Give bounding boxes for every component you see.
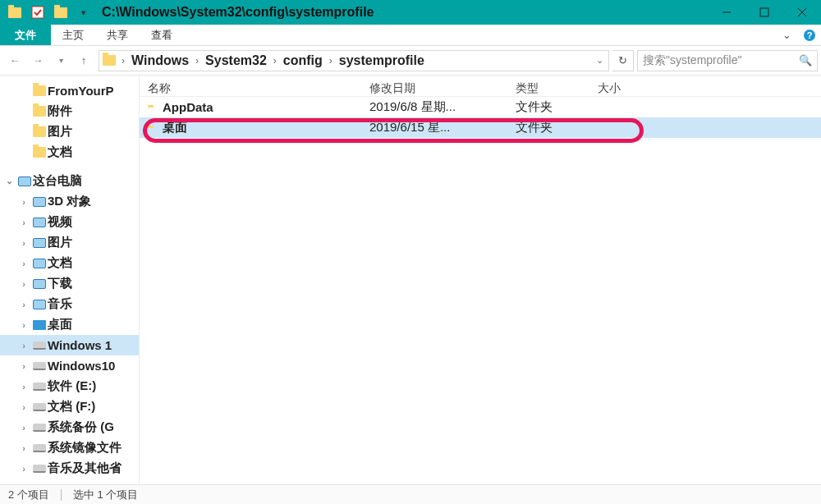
nav-label: 文档 bbox=[48, 255, 72, 271]
nav-item[interactable]: ›系统备份 (G bbox=[0, 417, 139, 438]
library-icon bbox=[33, 218, 46, 227]
nav-item[interactable]: 文档 bbox=[0, 142, 139, 163]
nav-label: 文档 (F:) bbox=[48, 399, 95, 415]
chevron-right-icon[interactable]: › bbox=[193, 55, 201, 66]
chevron-right-icon[interactable]: › bbox=[16, 197, 31, 207]
desktop-icon bbox=[33, 320, 46, 330]
chevron-right-icon[interactable]: › bbox=[16, 443, 31, 453]
chevron-down-icon[interactable]: ⌄ bbox=[2, 176, 16, 186]
nav-item[interactable]: ›下载 bbox=[0, 273, 139, 294]
column-headers: 名称 修改日期 类型 大小 bbox=[140, 76, 821, 97]
qat-overflow-icon[interactable]: ▾ bbox=[74, 2, 94, 22]
svg-rect-0 bbox=[32, 7, 44, 18]
cell-name: AppData bbox=[163, 100, 361, 114]
folder-icon[interactable] bbox=[51, 2, 71, 22]
nav-pane[interactable]: FromYourP附件图片文档 ⌄ 这台电脑 ›3D 对象›视频›图片›文档›下… bbox=[0, 76, 140, 484]
nav-item[interactable]: ›视频 bbox=[0, 212, 139, 232]
refresh-button[interactable]: ↻ bbox=[612, 50, 634, 71]
chevron-right-icon[interactable]: › bbox=[271, 55, 279, 66]
chevron-right-icon[interactable]: › bbox=[16, 259, 31, 268]
nav-item[interactable]: ›音乐及其他省 bbox=[0, 458, 139, 479]
folder-icon bbox=[103, 55, 116, 66]
nav-item[interactable]: ›音乐 bbox=[0, 294, 139, 314]
nav-item[interactable]: ›软件 (E:) bbox=[0, 376, 139, 396]
chevron-right-icon[interactable]: › bbox=[327, 55, 335, 66]
chevron-right-icon[interactable]: › bbox=[16, 361, 31, 371]
chevron-right-icon[interactable]: › bbox=[16, 320, 31, 330]
breadcrumb-seg[interactable]: Windows bbox=[127, 52, 193, 70]
drive-icon bbox=[33, 424, 46, 432]
nav-label: 图片 bbox=[48, 235, 72, 250]
table-row[interactable]: 桌面2019/6/15 星...文件夹 bbox=[140, 117, 821, 138]
nav-label: FromYourP bbox=[48, 84, 114, 98]
col-type[interactable]: 类型 bbox=[507, 81, 589, 96]
folder-icon bbox=[33, 126, 46, 137]
folder-icon bbox=[33, 147, 46, 158]
chevron-right-icon[interactable]: › bbox=[16, 218, 31, 227]
svg-rect-2 bbox=[760, 8, 768, 16]
chevron-right-icon[interactable]: › bbox=[16, 382, 31, 392]
chevron-down-icon[interactable]: ⌄ bbox=[594, 55, 608, 66]
folder-icon[interactable] bbox=[5, 2, 25, 22]
svg-text:?: ? bbox=[807, 30, 813, 40]
chevron-right-icon[interactable]: › bbox=[16, 279, 31, 289]
nav-item[interactable]: ›Windows 1 bbox=[0, 335, 139, 355]
back-button[interactable]: ← bbox=[3, 49, 26, 72]
chevron-right-icon[interactable]: › bbox=[16, 464, 31, 474]
quick-access-toolbar: ▾ bbox=[0, 2, 94, 22]
breadcrumb-seg[interactable]: System32 bbox=[201, 52, 271, 70]
recent-locations-icon[interactable]: ▾ bbox=[49, 49, 72, 72]
nav-label: 软件 (E:) bbox=[48, 378, 96, 394]
nav-item[interactable]: ›系统镜像文件 bbox=[0, 438, 139, 458]
nav-item[interactable]: ›文档 bbox=[0, 253, 139, 273]
col-name[interactable]: 名称 bbox=[140, 81, 361, 96]
nav-label: 音乐 bbox=[48, 296, 72, 312]
breadcrumb-seg[interactable]: systemprofile bbox=[335, 52, 429, 70]
file-list[interactable]: 名称 修改日期 类型 大小 AppData2019/6/8 星期...文件夹桌面… bbox=[140, 76, 821, 484]
help-icon[interactable]: ? bbox=[798, 25, 821, 45]
table-row[interactable]: AppData2019/6/8 星期...文件夹 bbox=[140, 97, 821, 117]
nav-item[interactable]: ›桌面 bbox=[0, 314, 139, 335]
nav-item[interactable]: ›文档 (F:) bbox=[0, 396, 139, 417]
nav-this-pc[interactable]: ⌄ 这台电脑 bbox=[0, 171, 139, 191]
search-input[interactable]: 搜索"systemprofile" 🔍 bbox=[637, 50, 818, 71]
chevron-right-icon[interactable]: › bbox=[16, 341, 31, 351]
tab-share[interactable]: 共享 bbox=[95, 25, 140, 45]
nav-item[interactable]: 附件 bbox=[0, 101, 139, 121]
breadcrumb-seg[interactable]: config bbox=[279, 52, 327, 70]
nav-item[interactable]: ›Windows10 bbox=[0, 355, 139, 376]
maximize-button[interactable] bbox=[745, 0, 783, 25]
col-size[interactable]: 大小 bbox=[589, 81, 672, 96]
breadcrumb[interactable]: › Windows › System32 › config › systempr… bbox=[99, 50, 609, 71]
up-button[interactable]: ↑ bbox=[72, 49, 95, 72]
nav-item[interactable]: ›3D 对象 bbox=[0, 191, 139, 212]
tab-view[interactable]: 查看 bbox=[140, 25, 184, 45]
nav-item[interactable]: ›图片 bbox=[0, 232, 139, 253]
minimize-button[interactable] bbox=[708, 0, 745, 25]
close-button[interactable] bbox=[783, 0, 821, 25]
properties-icon[interactable] bbox=[28, 2, 48, 22]
nav-item[interactable]: 图片 bbox=[0, 121, 139, 142]
chevron-right-icon[interactable]: › bbox=[16, 402, 31, 412]
nav-item[interactable]: FromYourP bbox=[0, 80, 139, 101]
separator bbox=[61, 489, 62, 501]
chevron-right-icon[interactable]: › bbox=[119, 55, 127, 66]
status-selection: 选中 1 个项目 bbox=[73, 488, 138, 502]
chevron-right-icon[interactable]: › bbox=[16, 238, 31, 248]
address-bar: ← → ▾ ↑ › Windows › System32 › config › … bbox=[0, 46, 821, 76]
nav-label: 音乐及其他省 bbox=[48, 460, 122, 476]
cell-type: 2019/6/8 星期... bbox=[361, 99, 507, 115]
forward-button[interactable]: → bbox=[26, 49, 49, 72]
ribbon-expand-icon[interactable]: ⌄ bbox=[775, 25, 798, 45]
cell-name: 桌面 bbox=[163, 120, 361, 135]
tab-home[interactable]: 主页 bbox=[51, 25, 95, 45]
nav-label: 文档 bbox=[48, 144, 72, 160]
folder-icon bbox=[33, 106, 46, 117]
nav-label: 3D 对象 bbox=[48, 194, 91, 209]
drive-icon bbox=[33, 444, 46, 452]
chevron-right-icon[interactable]: › bbox=[16, 423, 31, 433]
library-icon bbox=[33, 279, 46, 289]
col-date[interactable]: 修改日期 bbox=[361, 81, 507, 96]
chevron-right-icon[interactable]: › bbox=[16, 300, 31, 309]
tab-file[interactable]: 文件 bbox=[0, 25, 51, 45]
